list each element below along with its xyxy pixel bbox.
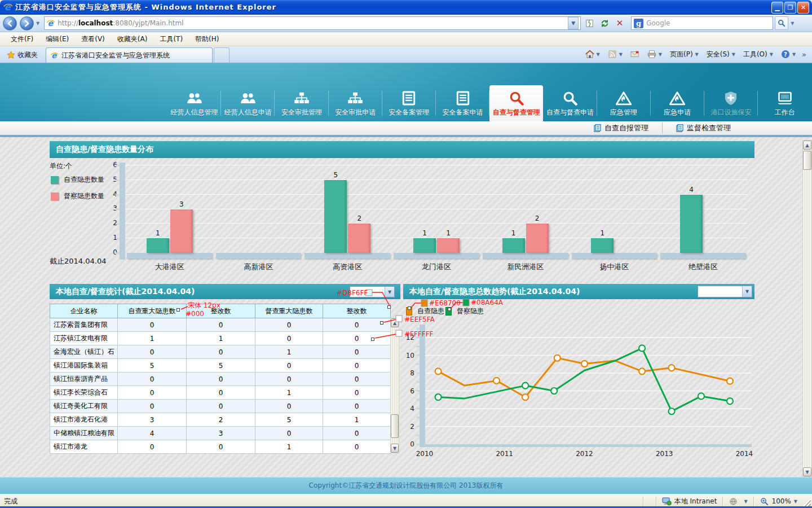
- page-scrollbar[interactable]: ▲ ▼: [802, 140, 812, 477]
- value-cell: 0: [118, 318, 187, 332]
- menu-item[interactable]: 帮助(H): [189, 33, 225, 46]
- search-button[interactable]: [775, 16, 788, 30]
- menu-item[interactable]: 查看(V): [75, 33, 111, 46]
- bar: [680, 195, 703, 253]
- table-scrollbar[interactable]: ▲ ▼: [390, 318, 399, 453]
- print-button[interactable]: ▼: [643, 47, 666, 61]
- help-menu[interactable]: ?▼: [777, 47, 800, 61]
- nav-item[interactable]: 安全审批申请: [329, 85, 382, 121]
- nav-item[interactable]: 经营人信息申请: [221, 85, 275, 121]
- table-row[interactable]: 江苏镇江发电有限1100: [50, 332, 391, 345]
- nav-item[interactable]: 安全备案申请: [436, 85, 489, 121]
- nav-item[interactable]: 工作台: [758, 85, 811, 121]
- svg-text:?: ?: [784, 51, 787, 58]
- value-cell: 0: [118, 400, 187, 413]
- app-header: 江苏省港口安全监管与应急管理系统 镇江 欢迎您! 陈俊 今天是: 2014-04…: [0, 63, 812, 121]
- menu-item[interactable]: 编辑(E): [39, 33, 75, 46]
- nav-item[interactable]: 应急申请: [651, 85, 704, 121]
- copyright-text: Copyright©江苏省交通规划设计院股份有限公司 2013版权所有: [309, 481, 504, 491]
- nav-item[interactable]: 自查与督查管理: [489, 85, 543, 121]
- back-button[interactable]: [3, 16, 17, 30]
- nav-item[interactable]: 经营人信息管理: [167, 85, 221, 121]
- value-cell: 0: [323, 332, 391, 345]
- subnav-item[interactable]: 自查自报管理: [580, 122, 662, 134]
- search-box[interactable]: g: [631, 16, 773, 30]
- stop-button[interactable]: ✕: [613, 16, 626, 30]
- table-row[interactable]: 江苏索普集团有限0000: [50, 318, 391, 332]
- safety-menu[interactable]: 安全(S)▼: [703, 47, 739, 61]
- value-cell: 0: [118, 345, 187, 359]
- value-cell: 0: [323, 359, 391, 373]
- nav-item[interactable]: 港口设施保安: [704, 85, 758, 121]
- page-menu[interactable]: 页面(P)▼: [666, 47, 703, 61]
- legend-swatch: [51, 192, 59, 200]
- bar: [413, 238, 436, 253]
- read-mail-button[interactable]: [626, 47, 643, 61]
- new-tab-stub[interactable]: [214, 47, 230, 63]
- bar: [147, 238, 169, 253]
- table-row[interactable]: 镇江奇美化工有限0000: [50, 400, 391, 413]
- legend-label: 自查隐患数量: [64, 175, 104, 185]
- scrollbar-thumb[interactable]: [391, 414, 399, 438]
- table-row[interactable]: 镇江港国际集装箱5500: [50, 359, 391, 373]
- table-row[interactable]: 镇江恒泰沥青产品0000: [50, 373, 391, 386]
- axis-tick: [116, 208, 120, 210]
- nav-item[interactable]: 自查与督查申请: [543, 85, 597, 121]
- org-icon: [294, 89, 310, 106]
- search-options-dropdown[interactable]: ▼: [791, 21, 794, 26]
- nav-item[interactable]: 安全备案管理: [382, 85, 436, 121]
- table-filter-dropdown[interactable]: ▼: [350, 286, 395, 297]
- table-row[interactable]: 镇江市港龙0010: [50, 440, 391, 454]
- table-row[interactable]: 金海宏业（镇江）石0010: [50, 345, 391, 359]
- scrollbar-thumb[interactable]: [803, 151, 811, 170]
- resize-grip[interactable]: [803, 499, 811, 507]
- table-row[interactable]: 镇江市港龙石化港3251: [50, 413, 391, 427]
- scroll-up-icon[interactable]: ▲: [391, 318, 399, 327]
- column-header: 企业名称: [50, 304, 118, 318]
- menu-item[interactable]: 文件(F): [5, 33, 39, 46]
- tab-title: 江苏省港口安全监管与应急管理系统: [61, 51, 170, 60]
- restore-button[interactable]: ❐: [784, 2, 796, 14]
- value-cell: 0: [118, 386, 187, 400]
- y-axis: [120, 163, 125, 260]
- address-input[interactable]: e http://localhost:8080/yjpt/Main.html ▼: [44, 16, 581, 30]
- feeds-button[interactable]: ▼: [604, 47, 626, 61]
- nav-item[interactable]: 应急管理: [597, 85, 651, 121]
- scroll-down-icon[interactable]: ▼: [803, 467, 811, 476]
- column-header: 督查重大隐患数: [255, 304, 323, 318]
- close-button[interactable]: ✕: [797, 2, 809, 14]
- unit-label: 单位:个: [50, 161, 72, 171]
- scroll-down-icon[interactable]: ▼: [391, 444, 399, 453]
- x-axis-strip: [483, 253, 568, 259]
- company-name-cell: 镇江市港龙: [50, 440, 118, 454]
- nav-item-label: 安全审批管理: [281, 108, 322, 117]
- favorites-button[interactable]: 收藏夹: [3, 48, 41, 62]
- compatibility-view-button[interactable]: [582, 16, 596, 30]
- browser-tab[interactable]: e 江苏省港口安全监管与应急管理系统: [46, 47, 213, 63]
- menu-item[interactable]: 工具(T): [153, 33, 189, 46]
- bar-value-label: 2: [348, 214, 370, 222]
- magnifier-icon: [562, 89, 578, 106]
- zoom-magnifier-icon: [760, 497, 769, 506]
- value-cell: 5: [187, 359, 255, 373]
- chevron-down-icon[interactable]: ▼: [385, 287, 394, 297]
- favorites-label: 收藏夹: [17, 50, 38, 60]
- scroll-up-icon[interactable]: ▲: [803, 141, 811, 150]
- nav-item[interactable]: 安全审批管理: [275, 85, 328, 121]
- overflow-chevron[interactable]: »: [800, 50, 809, 59]
- home-button[interactable]: ▼: [581, 47, 604, 61]
- bar-group: 4绝壁港区: [659, 165, 748, 254]
- bar-value-label: 1: [413, 229, 436, 237]
- forward-button[interactable]: [20, 16, 34, 30]
- bar-group: 11龙门港区: [392, 165, 481, 254]
- tools-menu[interactable]: 工具(O)▼: [739, 47, 777, 61]
- table-row[interactable]: 镇江李长荣综合石0010: [50, 386, 391, 400]
- address-dropdown-button[interactable]: ▼: [568, 17, 579, 29]
- subnav-item[interactable]: 监督检查管理: [662, 122, 744, 134]
- history-dropdown[interactable]: ▼: [36, 21, 39, 26]
- menu-item[interactable]: 收藏夹(A): [111, 33, 154, 46]
- table-row[interactable]: 中储粮镇江粮油有限4300: [50, 427, 391, 440]
- minimize-button[interactable]: ▁: [771, 2, 783, 14]
- refresh-button[interactable]: [598, 16, 611, 30]
- search-input[interactable]: [646, 19, 770, 27]
